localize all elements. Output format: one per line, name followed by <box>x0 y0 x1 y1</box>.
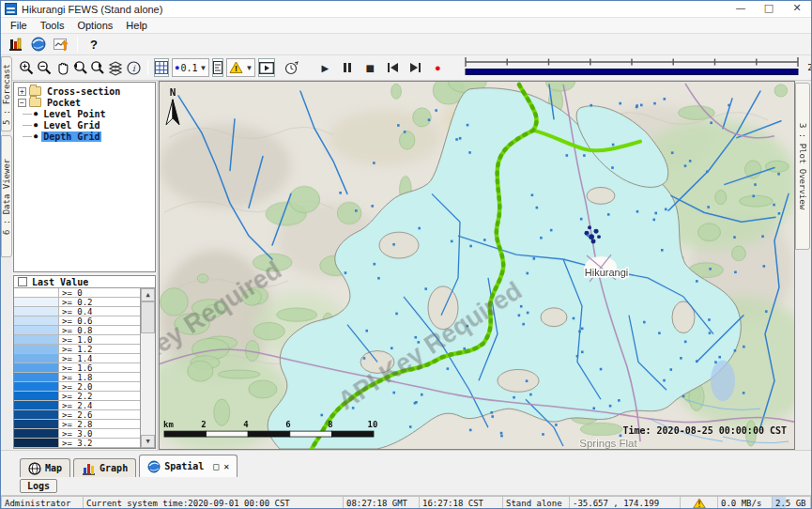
legend-swatch <box>14 298 59 306</box>
status-throughput: 0.0 MB/s <box>717 496 772 509</box>
zoom-next-icon[interactable] <box>90 58 106 77</box>
animation-window-icon[interactable] <box>258 58 275 77</box>
svg-text:!: ! <box>235 64 237 73</box>
status-memory: 2.5 GB <box>772 496 811 509</box>
tab-map-label: Map <box>45 463 62 473</box>
scroll-down-icon[interactable]: ▼ <box>141 435 155 448</box>
pause-button[interactable] <box>338 58 357 77</box>
collapse-icon[interactable]: − <box>18 99 26 107</box>
database-viewer-icon[interactable] <box>6 35 26 54</box>
status-gmt-time: 08:27:18 GMT <box>343 496 419 509</box>
playback-controls: ▶ ■ ● <box>314 58 449 77</box>
layers-icon[interactable] <box>108 58 124 77</box>
record-button[interactable]: ● <box>428 58 447 77</box>
legend-row: >= 2.0 <box>14 382 140 392</box>
skip-to-end-button[interactable] <box>406 58 424 77</box>
menu-help[interactable]: Help <box>119 19 154 32</box>
tab-map[interactable]: Map <box>20 458 70 477</box>
legend-row: >= 1.2 <box>14 345 140 354</box>
tree-item-label: Level Point <box>41 109 107 119</box>
grid-threshold-dropdown[interactable]: ● 0.1 ▼ <box>172 58 209 77</box>
bottom-tab-bar: Map Graph Spatial □ ✕ <box>1 450 811 477</box>
last-value-checkbox[interactable] <box>18 277 27 286</box>
tab-spatial[interactable]: Spatial □ ✕ <box>139 455 237 477</box>
logs-button[interactable]: Logs <box>20 479 57 493</box>
zoom-in-icon[interactable] <box>19 58 35 77</box>
close-pane-icon[interactable]: ✕ <box>223 461 229 471</box>
grid-display-icon[interactable] <box>154 58 169 77</box>
legend-swatch <box>14 382 59 391</box>
legend-row: >= 0.4 <box>14 307 140 316</box>
minimize-button[interactable]: — <box>727 1 755 17</box>
legend-rows: >= 0 >= 0.2 >= 0.4 >= 0.6 >= 0.8 >= 1.0 … <box>14 288 141 448</box>
legend-swatch <box>14 354 59 362</box>
legend-row: >= 1.6 <box>14 363 140 373</box>
status-warning-cell[interactable]: ! <box>680 496 717 509</box>
tree-item-depth-grid[interactable]: ● Depth Grid <box>14 131 155 142</box>
time-slider[interactable] <box>462 56 802 79</box>
tab-graph[interactable]: Graph <box>73 458 136 477</box>
threshold-dot-icon: ● <box>175 63 179 72</box>
skip-to-start-button[interactable] <box>383 58 402 77</box>
tree-item-label: Level Grid <box>41 120 101 131</box>
tree-item-level-grid[interactable]: ● Level Grid <box>14 119 155 131</box>
tree-guide <box>23 125 32 126</box>
legend-row: >= 3.0 <box>14 429 140 439</box>
menu-tools[interactable]: Tools <box>34 19 71 32</box>
profile-timer-icon[interactable] <box>283 58 299 77</box>
tree-guide <box>23 136 32 137</box>
blue-globe-icon <box>147 460 161 473</box>
folder-icon <box>29 86 41 96</box>
last-value-row: Last Value <box>14 276 155 287</box>
main-content: 5 : Forecast 6 : Data Viewer + Cross-sec… <box>1 81 811 450</box>
tab-forecast[interactable]: 5 : Forecast <box>1 56 12 131</box>
restore-pane-icon[interactable]: □ <box>213 461 219 471</box>
close-button[interactable]: ✕ <box>783 1 811 17</box>
zoom-out-icon[interactable] <box>37 58 53 77</box>
menu-options[interactable]: Options <box>70 19 119 32</box>
node-bullet-icon: ● <box>34 110 38 117</box>
legend-scrollbar[interactable]: ▲ ▼ <box>141 288 155 448</box>
map-viewport[interactable]: API Key Required API Key Required N km <box>159 81 795 450</box>
tab-plot-overview[interactable]: 3 : Plot Overview <box>795 83 810 250</box>
tree-guide <box>23 114 32 115</box>
legend-swatch <box>14 410 59 419</box>
play-button[interactable]: ▶ <box>315 58 334 77</box>
legend-row: >= 0.6 <box>14 316 140 326</box>
tab-data-viewer[interactable]: 6 : Data Viewer <box>1 135 12 257</box>
legend-row: >= 1.8 <box>14 373 140 382</box>
toolbar-separator <box>77 37 78 52</box>
toolbar-separator <box>147 60 148 75</box>
map-toolbar: i ● 0.1 ▼ ! ▼ ▶ ■ ● <box>1 55 811 81</box>
map-canvas[interactable]: API Key Required API Key Required N km <box>160 82 794 449</box>
help-button[interactable]: ? <box>83 38 105 52</box>
menu-file[interactable]: File <box>4 19 34 32</box>
map-time-overlay: Time: 2020-08-25 00:00:00 CST <box>622 425 787 436</box>
status-system-time: Current system time:2020-09-01 00:00 CST <box>83 496 343 509</box>
scroll-track[interactable] <box>141 301 155 435</box>
zoom-previous-icon[interactable] <box>72 58 88 77</box>
left-panel: + Cross-section − Pocket ● Level Point ● <box>12 81 159 450</box>
window-title: Hikurangi FEWS (Stand alone) <box>22 4 162 15</box>
stop-button[interactable]: ■ <box>360 58 379 77</box>
pan-hand-icon[interactable] <box>54 58 70 77</box>
maximize-button[interactable]: □ <box>755 1 783 17</box>
timeseries-dialog-icon[interactable] <box>51 35 71 54</box>
menu-bar: File Tools Options Help <box>1 18 811 34</box>
legend-panel-icon[interactable] <box>212 58 223 77</box>
warnings-dropdown[interactable]: ! ▼ <box>226 58 255 77</box>
legend-swatch <box>14 335 59 344</box>
legend-swatch <box>14 288 59 297</box>
warning-triangle-icon: ! <box>693 498 706 509</box>
tree-item-pocket[interactable]: − Pocket <box>14 97 155 108</box>
node-bullet-icon: ● <box>34 121 38 129</box>
legend-swatch <box>14 439 59 447</box>
expand-icon[interactable]: + <box>18 87 26 96</box>
info-icon[interactable]: i <box>126 58 142 77</box>
svg-text:!: ! <box>697 501 701 509</box>
scroll-thumb[interactable] <box>141 301 155 333</box>
map-display-globe-icon[interactable] <box>28 35 49 54</box>
chevron-down-icon: ▼ <box>200 64 207 72</box>
scroll-up-icon[interactable]: ▲ <box>141 288 155 301</box>
tree-item-level-point[interactable]: ● Level Point <box>14 108 155 119</box>
